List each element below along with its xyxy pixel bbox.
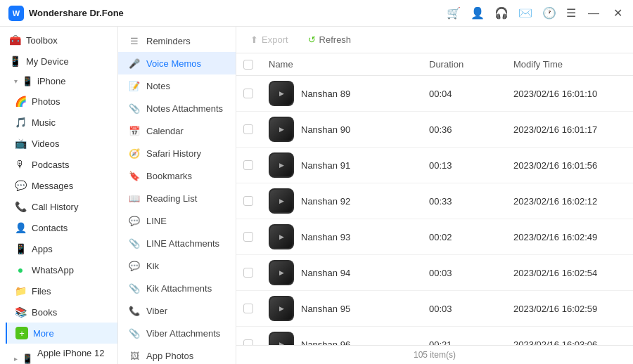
toolbox-icon: 🧰 <box>8 34 21 46</box>
mid-item-app-photos[interactable]: 🖼 App Photos <box>118 344 236 364</box>
mid-item-voice-memos[interactable]: 🎤 Voice Memos <box>118 52 236 74</box>
mid-item-reminders[interactable]: ☰ Reminders <box>118 30 236 52</box>
row-name: Nanshan 92 <box>301 196 350 207</box>
row-checkbox[interactable] <box>243 268 253 278</box>
row-modify-time: 2023/02/16 16:01:17 <box>506 112 633 148</box>
row-thumbnail: ▶ <box>269 152 294 178</box>
mid-item-reading-list[interactable]: 📖 Reading List <box>118 187 236 209</box>
export-button[interactable]: ⬆ Export <box>246 32 293 47</box>
sidebar-item-contacts[interactable]: 👤 Contacts <box>6 217 117 238</box>
row-checkbox[interactable] <box>243 89 253 98</box>
iphone-icon: 📱 <box>22 76 33 86</box>
row-name: Nanshan 96 <box>301 339 350 346</box>
row-checkbox[interactable] <box>243 124 253 134</box>
books-icon: 📚 <box>14 306 27 318</box>
row-thumbnail: ▶ <box>269 188 294 214</box>
iphone-submenu: 🌈 Photos 🎵 Music 📺 Videos 🎙 Podcasts 💬 M… <box>0 91 117 344</box>
row-duration: 00:03 <box>422 255 506 291</box>
table-row: ▶ Nanshan 95 00:03 2023/02/16 16:02:59 <box>236 291 633 327</box>
app-title: Wondershare Dr.Fone <box>29 8 124 18</box>
history-icon[interactable]: 🕐 <box>542 6 556 20</box>
mid-nav: ☰ Reminders 🎤 Voice Memos 📝 Notes 📎 Note… <box>118 27 236 364</box>
minimize-button[interactable]: — <box>586 7 601 20</box>
row-duration: 00:36 <box>422 112 506 148</box>
cart-icon[interactable]: 🛒 <box>447 6 461 20</box>
row-thumbnail: ▶ <box>269 117 294 142</box>
sidebar-item-books[interactable]: 📚 Books <box>6 301 117 323</box>
status-bar: 105 item(s) <box>236 345 633 364</box>
select-all-checkbox[interactable] <box>243 60 253 70</box>
sidebar-item-messages[interactable]: 💬 Messages <box>6 175 117 196</box>
row-name-cell: ▶ Nanshan 96 <box>262 327 422 346</box>
user-icon[interactable]: 👤 <box>471 6 485 20</box>
mid-item-calendar[interactable]: 📅 Calendar <box>118 119 236 142</box>
table-row: ▶ Nanshan 90 00:36 2023/02/16 16:01:17 <box>236 112 633 148</box>
sidebar-item-apps[interactable]: 📱 Apps <box>6 238 117 259</box>
sidebar-item-whatsapp[interactable]: ● WhatsApp <box>6 259 117 280</box>
sidebar-item-more[interactable]: + More <box>6 323 117 344</box>
item-count: 105 item(s) <box>414 350 456 360</box>
row-name-cell: ▶ Nanshan 91 <box>262 148 422 183</box>
close-button[interactable]: ✕ <box>611 6 625 20</box>
music-icon: 🎵 <box>14 116 27 129</box>
sidebar-item-files[interactable]: 📁 Files <box>6 280 117 301</box>
row-checkbox[interactable] <box>243 339 253 345</box>
row-checkbox-cell <box>236 255 262 291</box>
row-thumbnail: ▶ <box>269 260 294 285</box>
row-thumbnail: ▶ <box>269 296 294 321</box>
mid-item-bookmarks[interactable]: 🔖 Bookmarks <box>118 164 236 187</box>
mid-item-notes[interactable]: 📝 Notes <box>118 74 236 97</box>
mid-item-kik-attachments[interactable]: 📎 Kik Attachments <box>118 277 236 299</box>
call-history-icon: 📞 <box>14 200 27 213</box>
sidebar-item-music[interactable]: 🎵 Music <box>6 112 117 133</box>
row-modify-time: 2023/02/16 16:03:06 <box>506 327 633 346</box>
mail-icon[interactable]: ✉️ <box>518 6 532 20</box>
mid-item-viber-attachments[interactable]: 📎 Viber Attachments <box>118 322 236 344</box>
mid-item-line-attachments[interactable]: 📎 LINE Attachments <box>118 232 236 254</box>
row-modify-time: 2023/02/16 16:02:54 <box>506 255 633 291</box>
notes-attachments-icon: 📎 <box>128 102 141 115</box>
row-modify-time: 2023/02/16 16:01:56 <box>506 148 633 183</box>
chevron-down-icon: ▾ <box>14 77 18 85</box>
row-name-cell: ▶ Nanshan 92 <box>262 183 422 219</box>
row-name: Nanshan 89 <box>301 89 350 99</box>
sidebar-item-my-device[interactable]: 📱 My Device <box>0 51 117 72</box>
sidebar-item-photos[interactable]: 🌈 Photos <box>6 91 117 112</box>
photos-icon: 🌈 <box>14 95 27 108</box>
apps-icon: 📱 <box>14 242 27 255</box>
row-checkbox[interactable] <box>243 304 253 313</box>
row-checkbox[interactable] <box>243 196 253 206</box>
table-row: ▶ Nanshan 91 00:13 2023/02/16 16:01:56 <box>236 148 633 183</box>
row-checkbox[interactable] <box>243 160 253 170</box>
sidebar-item-apple-iphone12[interactable]: ▸ 📱 Apple iPhone 12 … <box>0 344 117 364</box>
mid-item-safari-history[interactable]: 🧭 Safari History <box>118 142 236 164</box>
mid-item-viber[interactable]: 📞 Viber <box>118 299 236 322</box>
sidebar-item-iphone[interactable]: ▾ 📱 iPhone <box>0 72 117 91</box>
sidebar-item-videos[interactable]: 📺 Videos <box>6 133 117 154</box>
row-checkbox[interactable] <box>243 232 253 242</box>
mid-item-notes-attachments[interactable]: 📎 Notes Attachments <box>118 97 236 119</box>
refresh-button[interactable]: ↺ Refresh <box>304 32 356 47</box>
row-name: Nanshan 90 <box>301 124 350 135</box>
main-layout: 🧰 Toolbox 📱 My Device ▾ 📱 iPhone 🌈 Photo… <box>0 27 633 364</box>
app-photos-icon: 🖼 <box>128 349 141 362</box>
row-name-cell: ▶ Nanshan 90 <box>262 112 422 148</box>
sidebar-item-call-history[interactable]: 📞 Call History <box>6 196 117 217</box>
device-icon: 📱 <box>8 55 21 67</box>
row-checkbox-cell <box>236 219 262 255</box>
menu-icon[interactable]: ☰ <box>566 6 576 20</box>
col-header-modify: Modify Time <box>506 53 633 76</box>
mid-item-line[interactable]: 💬 LINE <box>118 209 236 232</box>
headset-icon[interactable]: 🎧 <box>494 6 509 20</box>
sidebar-item-podcasts[interactable]: 🎙 Podcasts <box>6 154 117 175</box>
table-row: ▶ Nanshan 89 00:04 2023/02/16 16:01:10 <box>236 76 633 112</box>
mid-item-kik[interactable]: 💬 Kik <box>118 254 236 277</box>
toolbar: ⬆ Export ↺ Refresh <box>236 27 633 53</box>
sidebar-item-toolbox[interactable]: 🧰 Toolbox <box>0 30 117 51</box>
contacts-icon: 👤 <box>14 221 27 234</box>
apple-iphone12-icon: 📱 <box>22 353 33 364</box>
row-duration: 00:02 <box>422 219 506 255</box>
sidebar: 🧰 Toolbox 📱 My Device ▾ 📱 iPhone 🌈 Photo… <box>0 27 118 364</box>
messages-icon: 💬 <box>14 179 27 192</box>
notes-icon: 📝 <box>128 79 141 92</box>
